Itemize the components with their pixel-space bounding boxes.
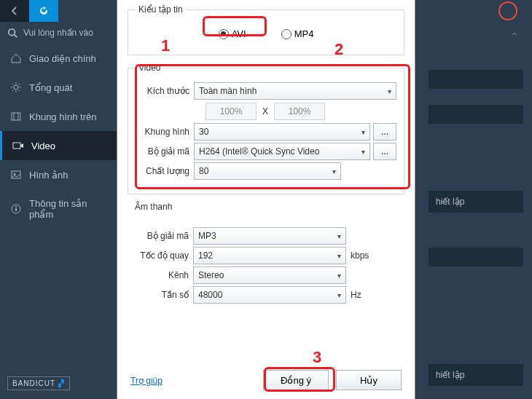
channel-label: Kênh (135, 270, 193, 280)
freq-select[interactable]: 48000▾ (193, 286, 346, 304)
size-label: Kích thước (136, 86, 194, 96)
image-icon (10, 169, 22, 181)
home-icon (10, 52, 22, 64)
sidebar-item-general[interactable]: Tổng quát (0, 73, 117, 102)
audio-legend: Âm thanh (132, 202, 175, 218)
video-legend: Video (136, 63, 163, 73)
chevron-down-icon: ▾ (388, 87, 391, 95)
bitrate-label: Tốc độ quay (135, 250, 193, 261)
width-percent-input[interactable]: 100% (206, 103, 257, 120)
video-icon (12, 140, 24, 151)
chevron-down-icon: ▾ (337, 272, 341, 280)
radio-avi[interactable]: AVI (214, 26, 251, 42)
chevron-down-icon: ▾ (361, 128, 365, 136)
settings-button[interactable]: hiết lập (429, 191, 523, 213)
background-panel: ⌃ hiết lập hiết lập (408, 0, 532, 399)
sidebar-item-label: Thông tin sản phẩm (29, 198, 106, 220)
sidebar: Vui lòng nhấn vào Giao diện chính Tổng q… (0, 0, 117, 399)
radio-mp4[interactable]: MP4 (276, 26, 319, 42)
bitrate-unit: kbps (351, 250, 369, 261)
bitrate-select[interactable]: 192▾ (193, 247, 346, 264)
sidebar-item-label: Video (31, 141, 55, 151)
filetype-group: Kiểu tập tin AVI MP4 (128, 4, 404, 55)
topbar (0, 0, 117, 22)
refresh-button[interactable] (29, 0, 58, 22)
acodec-label: Bộ giải mã (135, 231, 193, 241)
annotation-3: 3 (313, 348, 321, 367)
ok-button[interactable]: Đồng ý (263, 370, 329, 390)
chevron-down-icon: ▾ (337, 291, 341, 299)
svg-line-1 (15, 35, 17, 38)
search-icon (7, 28, 17, 38)
chevron-up-icon[interactable]: ⌃ (510, 31, 519, 42)
record-icon (498, 1, 517, 20)
chevron-down-icon: ▾ (361, 148, 365, 156)
codec-more-button[interactable]: ... (373, 143, 396, 160)
fps-icon (10, 111, 22, 122)
format-dialog: Kiểu tập tin AVI MP4 Video Kích thước To… (117, 0, 415, 399)
bg-field (429, 105, 523, 124)
svg-rect-3 (12, 113, 20, 120)
svg-point-8 (14, 173, 16, 175)
channel-select[interactable]: Stereo▾ (193, 266, 346, 284)
search-placeholder: Vui lòng nhấn vào (23, 28, 93, 38)
gear-icon (10, 82, 22, 93)
back-button[interactable] (0, 0, 29, 22)
filetype-legend: Kiểu tập tin (136, 4, 186, 15)
chevron-down-icon: ▾ (337, 232, 341, 240)
info-icon (10, 203, 22, 215)
codec-label: Bộ giải mã (136, 146, 194, 157)
freq-label: Tần số (135, 290, 193, 300)
acodec-select[interactable]: MP3▾ (193, 227, 346, 245)
quality-select[interactable]: 80▾ (194, 162, 341, 180)
freq-unit: Hz (351, 290, 361, 300)
quality-label: Chất lượng (136, 166, 194, 176)
fps-label: Khung hình (136, 127, 194, 137)
fps-select[interactable]: 30▾ (194, 123, 370, 141)
settings-button[interactable]: hiết lập (429, 364, 523, 386)
bandicut-brand: BANDICUT ▞ (7, 376, 70, 390)
size-select[interactable]: Toàn màn hình▾ (194, 82, 396, 100)
chevron-down-icon: ▾ (332, 167, 336, 175)
sidebar-item-fps[interactable]: Khung hình trên (0, 102, 117, 131)
sidebar-item-video[interactable]: Video (0, 131, 117, 160)
video-group: Video Kích thước Toàn màn hình▾ 100% X 1… (128, 63, 404, 194)
audio-group: Âm thanh Bộ giải mã MP3▾ Tốc độ quay 192… (128, 202, 404, 315)
sidebar-item-label: Tổng quát (29, 82, 72, 93)
bg-field (429, 248, 523, 266)
radio-dot-icon (281, 29, 292, 39)
bg-field (429, 70, 523, 89)
cancel-button[interactable]: Hủy (336, 370, 402, 390)
svg-point-0 (9, 29, 15, 36)
search-row[interactable]: Vui lòng nhấn vào (0, 22, 117, 44)
svg-rect-6 (13, 143, 20, 149)
svg-point-2 (14, 85, 18, 90)
sidebar-item-home[interactable]: Giao diện chính (0, 44, 117, 73)
sidebar-item-image[interactable]: Hình ảnh (0, 160, 117, 189)
chevron-down-icon: ▾ (337, 252, 341, 260)
svg-point-11 (15, 206, 17, 208)
codec-select[interactable]: H264 (Intel® Quick Sync Video▾ (194, 143, 370, 160)
height-percent-input[interactable]: 100% (274, 103, 325, 120)
help-link[interactable]: Trợ giúp (130, 376, 163, 386)
radio-dot-icon (219, 29, 229, 39)
x-label: X (262, 106, 268, 116)
sidebar-item-label: Giao diện chính (29, 53, 96, 64)
fps-more-button[interactable]: ... (373, 123, 396, 141)
sidebar-item-about[interactable]: Thông tin sản phẩm (0, 189, 117, 229)
sidebar-item-label: Khung hình trên (29, 111, 97, 122)
sidebar-item-label: Hình ảnh (29, 170, 69, 181)
